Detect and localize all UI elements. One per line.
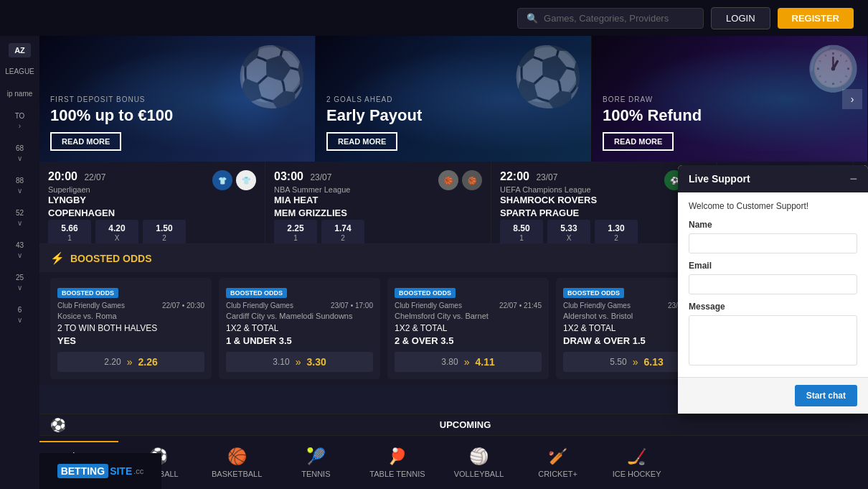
match-2-teams: MIA HEAT MEM GRIZZLIES: [274, 194, 482, 220]
sidebar-item-to[interactable]: TO ›: [0, 108, 39, 134]
match-1-odd-2[interactable]: 4.20 X: [95, 220, 138, 244]
sidebar-item-label: 88: [16, 177, 24, 185]
banner-2-label: 2 GOALS AHEAD: [326, 96, 580, 103]
chat-welcome-text: Welcome to Customer Support!: [689, 201, 857, 211]
banner-2: ⚽ 2 GOALS AHEAD Early Payout READ MORE: [316, 36, 592, 162]
sport-item-cricket[interactable]: 🏏 CRICKET+: [519, 442, 598, 484]
match-3-league: UEFA Champions League: [500, 185, 591, 194]
boosted-card-2-match: Cardiff City vs. Mamelodi Sundowns: [226, 312, 373, 320]
match-1-time: 20:00: [48, 170, 77, 182]
chat-footer: Start chat: [678, 377, 868, 414]
chat-header: Live Support −: [678, 165, 868, 192]
match-2-time: 03:00: [274, 170, 303, 182]
team-1-icon: 👕: [212, 170, 232, 190]
chevron-down-icon: ∨: [17, 219, 22, 227]
match-3-odd-2[interactable]: 5.33 X: [547, 220, 590, 244]
banner-3-label: BORE DRAW: [603, 96, 857, 103]
banner-1-read-more[interactable]: READ MORE: [50, 132, 121, 151]
banner-2-read-more[interactable]: READ MORE: [326, 132, 397, 151]
old-odd-2: 3.10: [273, 357, 289, 367]
team-2-icon: 👕: [236, 170, 256, 190]
match-3-teams: SHAMROCK ROVERS SPARTA PRAGUE: [500, 194, 708, 220]
old-odd-3: 3.80: [441, 357, 458, 367]
match-1-odd-1[interactable]: 5.66 1: [48, 220, 91, 244]
cricket-icon: 🏏: [548, 447, 567, 466]
match-2-odd-2[interactable]: 1.74 2: [321, 220, 364, 244]
sport-item-ice-hockey[interactable]: 🏒 ICE HOCKEY: [598, 442, 676, 484]
chat-message-label: Message: [689, 302, 857, 312]
sidebar-item-league[interactable]: LEAGUE: [0, 63, 39, 80]
login-button[interactable]: LOGIN: [711, 7, 770, 29]
chat-message-input[interactable]: [689, 315, 857, 365]
match-card-1: 20:00 22/07 Superligaen 👕 👕 LYNGBY COPEN…: [39, 162, 265, 243]
sidebar-item-68[interactable]: 68 ∨: [0, 140, 39, 167]
banner-next-button[interactable]: ›: [842, 89, 862, 109]
sport-item-volleyball[interactable]: 🏐 VOLLEYBALL: [440, 442, 519, 484]
sport-item-basketball[interactable]: 🏀 BASKETBALL: [197, 442, 276, 484]
az-badge[interactable]: AZ: [9, 43, 31, 57]
match-1-odd-3[interactable]: 1.50 2: [143, 220, 186, 244]
boosted-card-1-odds[interactable]: 2.20 » 2.26: [57, 352, 204, 372]
sports-bar: ▶ LIVE ⚽ FOOTBALL 🏀 BASKETBALL 🎾 TENNIS …: [39, 435, 868, 489]
match-3-odd-3[interactable]: 1.30 2: [595, 220, 638, 244]
new-odd-4: 6.13: [643, 356, 663, 368]
upcoming-bar: ⚽ UPCOMING: [39, 414, 868, 435]
sport-label-volleyball: VOLLEYBALL: [454, 470, 504, 478]
chevron-down-icon: ∨: [17, 251, 22, 259]
banner-3-title: 100% Refund: [603, 106, 857, 125]
banner-area: ⚽ FIRST DEPOSIT BONUS 100% up to €100 RE…: [39, 36, 868, 162]
boosted-card-2-meta: Club Friendly Games 23/07 • 17:00: [226, 302, 373, 309]
search-box[interactable]: 🔍 Games, Categories, Providers: [517, 8, 704, 29]
boosted-card-3-odds[interactable]: 3.80 » 4.11: [395, 352, 542, 372]
sidebar-item-label: 25: [16, 274, 24, 281]
boosted-card-3-match: Chelmsford City vs. Barnet: [395, 312, 542, 320]
new-odd-1: 2.26: [138, 356, 157, 368]
new-odd-2: 3.30: [306, 356, 326, 368]
boosted-card-1: BOOSTED ODDS Club Friendly Games 22/07 •…: [50, 278, 212, 379]
sidebar-item-52[interactable]: 52 ∨: [0, 205, 39, 231]
register-button[interactable]: REGISTER: [778, 8, 854, 29]
sidebar-item-6[interactable]: 6 ∨: [0, 302, 39, 328]
sidebar-item-43[interactable]: 43 ∨: [0, 237, 39, 264]
chat-email-input[interactable]: [689, 274, 857, 294]
team-4-icon: 🏀: [462, 170, 482, 190]
chat-email-label: Email: [689, 261, 857, 271]
basketball-icon: 🏀: [227, 447, 247, 466]
boosted-badge-3: BOOSTED ODDS: [395, 285, 542, 302]
sidebar-item-88[interactable]: 88 ∨: [0, 172, 39, 199]
new-odd-3: 4.11: [475, 356, 494, 368]
arrow-right-icon-4: »: [633, 356, 638, 368]
sidebar-item-team[interactable]: ip name: [0, 85, 39, 102]
match-3-odd-1[interactable]: 8.50 1: [500, 220, 543, 244]
boosted-card-2: BOOSTED ODDS Club Friendly Games 23/07 •…: [219, 278, 380, 379]
banner-3-read-more[interactable]: READ MORE: [603, 132, 674, 151]
match-1-league: Superligaen: [48, 185, 105, 194]
ice-hockey-icon: 🏒: [627, 447, 646, 466]
boosted-card-2-odds[interactable]: 3.10 » 3.30: [226, 352, 373, 372]
boosted-card-3: BOOSTED ODDS Club Friendly Games 22/07 •…: [387, 278, 549, 379]
chat-minimize-button[interactable]: −: [849, 172, 857, 185]
boosted-card-1-meta: Club Friendly Games 22/07 • 20:30: [57, 302, 204, 309]
chevron-down-icon: ∨: [17, 316, 22, 324]
boosted-card-3-selection: 2 & OVER 3.5: [395, 335, 542, 346]
sport-label-cricket: CRICKET+: [538, 470, 577, 478]
sport-item-tennis[interactable]: 🎾 TENNIS: [276, 442, 355, 484]
boosted-card-2-selection: 1 & UNDER 3.5: [226, 335, 373, 346]
sport-item-table-tennis[interactable]: 🏓 TABLE TENNIS: [355, 442, 439, 484]
logo-area: BETTING SITE .cc: [39, 453, 161, 489]
banner-1: ⚽ FIRST DEPOSIT BONUS 100% up to €100 RE…: [39, 36, 316, 162]
table-tennis-icon: 🏓: [387, 447, 407, 466]
upcoming-title: UPCOMING: [73, 419, 857, 430]
chat-title: Live Support: [689, 173, 750, 185]
search-icon: 🔍: [527, 13, 538, 24]
match-2-odd-1[interactable]: 2.25 1: [274, 220, 317, 244]
chat-name-input[interactable]: [689, 233, 857, 253]
sidebar-item-25[interactable]: 25 ∨: [0, 269, 39, 296]
match-2-odds: 2.25 1 1.74 2: [274, 220, 482, 244]
arrow-right-icon-3: »: [464, 356, 470, 368]
left-sidebar: AZ LEAGUE ip name TO › 68 ∨ 88 ∨ 52 ∨ 43…: [0, 36, 39, 489]
match-1-date: 22/07: [84, 172, 105, 182]
site-logo[interactable]: BETTING SITE .cc: [57, 464, 144, 478]
boosted-section-title: BOOSTED ODDS: [70, 253, 152, 264]
start-chat-button[interactable]: Start chat: [795, 385, 857, 406]
